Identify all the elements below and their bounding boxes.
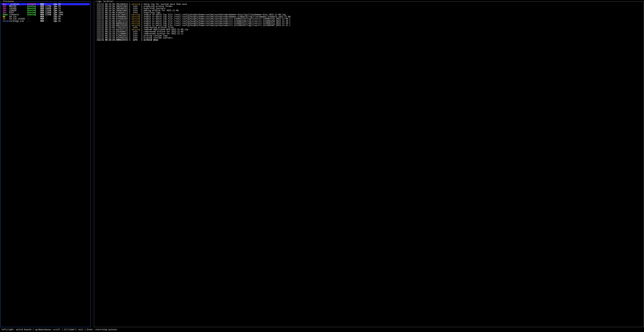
process-category: Strat bbox=[2, 20, 9, 22]
log-line: [11/11 08:14:50.765240263] [ warning ] S… bbox=[97, 3, 642, 5]
process-status: -- bbox=[27, 20, 40, 22]
log-line: [11/11 08:14:50.766207300] [ info ] prep… bbox=[97, 5, 642, 7]
process-category: Td bbox=[2, 18, 9, 20]
log-level: info bbox=[132, 39, 140, 41]
process-name: td_sim_123456 bbox=[9, 18, 27, 20]
processes-content[interactable]: Sys_archive_StoppedMEM --Cpu 0%SysMASTER… bbox=[2, 3, 90, 326]
help-footer: left/right: switch boards | up/down/mous… bbox=[0, 327, 644, 332]
process-row[interactable]: Stratstrategy_sim--MEM --Cpu 0% bbox=[2, 20, 90, 22]
log-line: [11/11 08:15:08.680259289] [ warning ] u… bbox=[97, 24, 642, 26]
log-timestamp: [11/11 08:15:19.560821572] bbox=[97, 39, 128, 41]
process-mem: MEM -- bbox=[40, 20, 54, 22]
log-line: [11/11 08:15:19.512286805] [ info ] comp… bbox=[97, 33, 642, 35]
log-line: [11/11 08:15:19.512662561] [ info ] prun… bbox=[97, 35, 642, 37]
process-category: Daem bbox=[2, 14, 9, 16]
log-line: [11/11 08:14:50.786487484] [ info ] maki… bbox=[97, 10, 642, 12]
log-line: [11/11 08:14:50.766540535] [ info ] expo… bbox=[97, 7, 642, 10]
process-name: strategy_sim bbox=[9, 20, 27, 22]
process-status: -- bbox=[27, 18, 40, 20]
logs-panel: Logs (archive) [11/11 08:14:50.765240263… bbox=[94, 0, 644, 327]
log-message: archive done bbox=[144, 39, 158, 41]
logs-content[interactable]: [11/11 08:14:50.765240263] [ warning ] S… bbox=[95, 3, 642, 326]
log-line: [11/11 08:15:19.541036510] [ info ] prun… bbox=[97, 37, 642, 39]
process-cpu: Cpu 0% bbox=[54, 20, 89, 22]
logs-title: Logs (archive) bbox=[96, 0, 114, 3]
processes-title: Processes bbox=[2, 0, 14, 3]
log-line: [11/11 08:15:19.560821572] [ info ] arch… bbox=[97, 39, 642, 41]
process-category: Md bbox=[2, 16, 9, 18]
processes-panel: Processes Sys_archive_StoppedMEM --Cpu 0… bbox=[0, 0, 91, 327]
